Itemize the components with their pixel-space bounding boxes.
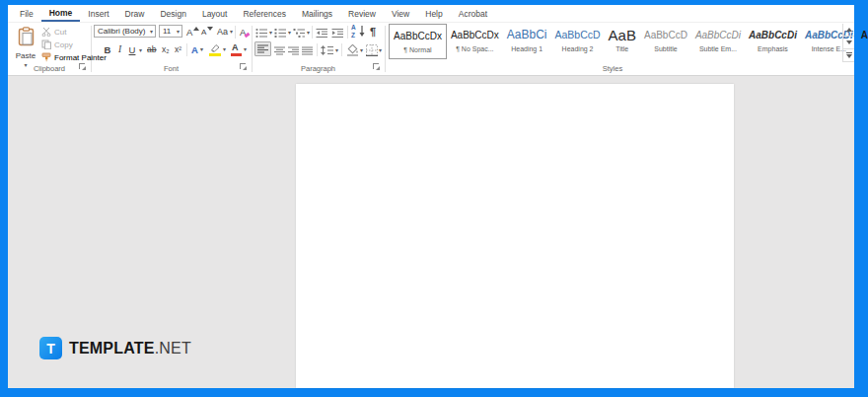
highlight-dropdown-icon: ▾ <box>223 46 226 52</box>
borders-button[interactable]: ▾ <box>366 43 382 57</box>
clipboard-dialog-launcher-icon[interactable] <box>79 63 87 71</box>
chevron-up-icon <box>846 28 852 32</box>
underline-button[interactable]: U <box>127 42 137 56</box>
style-heading-1[interactable]: AaBbCi Heading 1 <box>503 24 551 59</box>
copy-icon <box>41 40 51 49</box>
mini-separator <box>235 26 236 39</box>
change-case-label: Aa <box>217 27 228 37</box>
styles-gallery: AaBbCcDx ¶ Normal AaBbCcDx ¶ No Spac... … <box>389 24 868 61</box>
format-painter-button[interactable]: Format Painter <box>41 51 107 63</box>
shading-button[interactable]: ▾ <box>346 43 363 57</box>
highlighter-icon <box>208 43 221 56</box>
borders-icon <box>366 44 378 56</box>
font-family-select[interactable]: Calibri (Body) ▾ <box>94 25 156 38</box>
tab-acrobat[interactable]: Acrobat <box>451 6 495 22</box>
subscript-button[interactable]: x₂ <box>162 42 170 56</box>
ribbon-tab-bar: File Home Insert Draw Design Layout Refe… <box>8 5 854 23</box>
style-subtle-emphasis[interactable]: AaBbCcDi Subtle Em... <box>691 24 745 59</box>
style-strong[interactable]: AaBbCcDx Strong <box>857 24 868 59</box>
change-case-dropdown-icon: ▾ <box>230 29 233 35</box>
highlight-color-button[interactable]: ▾ <box>208 42 226 56</box>
numbering-button[interactable]: ▾ <box>274 26 291 40</box>
line-spacing-dropdown-icon: ▾ <box>335 47 338 53</box>
format-painter-label: Format Painter <box>54 53 107 62</box>
text-effects-dropdown-icon: ▾ <box>200 46 203 52</box>
styles-gallery-scrollbar <box>842 24 854 62</box>
multilevel-list-button[interactable]: ▾ <box>293 26 310 40</box>
cut-button[interactable]: Cut <box>41 26 66 38</box>
align-center-button[interactable] <box>274 43 285 57</box>
tab-mailings[interactable]: Mailings <box>294 6 340 22</box>
tab-review[interactable]: Review <box>340 6 384 22</box>
grow-font-letter: A <box>186 27 192 38</box>
bullet-list-icon <box>255 28 268 39</box>
paragraph-dialog-launcher-icon[interactable] <box>373 63 381 71</box>
mini-separator <box>317 43 318 56</box>
decrease-indent-button[interactable] <box>316 26 328 40</box>
styles-group-label: Styles <box>385 64 840 73</box>
style-heading-2[interactable]: AaBbCcD Heading 2 <box>551 24 605 59</box>
template-net-logo-text: TEMPLATE.NET <box>69 340 191 357</box>
copy-label: Copy <box>54 40 73 49</box>
font-dialog-launcher-icon[interactable] <box>240 63 248 71</box>
tab-layout[interactable]: Layout <box>194 6 236 22</box>
superscript-button[interactable]: x² <box>175 42 181 56</box>
chevron-down-icon <box>846 40 852 44</box>
font-color-button[interactable]: A ▾ <box>230 42 247 56</box>
paragraph-group-label: Paragraph <box>252 64 385 73</box>
show-hide-formatting-button[interactable]: ¶ <box>370 25 376 39</box>
mini-separator <box>312 26 313 39</box>
tab-file[interactable]: File <box>12 6 41 22</box>
tab-view[interactable]: View <box>384 6 417 22</box>
tab-insert[interactable]: Insert <box>80 6 116 22</box>
bullets-dropdown-icon: ▾ <box>269 30 272 36</box>
underline-dropdown-icon[interactable]: ▾ <box>139 47 142 53</box>
borders-dropdown-icon: ▾ <box>379 47 382 53</box>
grow-font-icon <box>193 27 199 31</box>
document-page[interactable] <box>296 84 734 388</box>
ribbon: Paste ▾ Cut Copy Format Paint <box>8 23 854 76</box>
change-case-button[interactable]: Aa ▾ <box>217 25 233 39</box>
cut-label: Cut <box>54 28 66 37</box>
font-size-dropdown-icon: ▾ <box>177 29 180 35</box>
align-left-button[interactable] <box>254 41 271 56</box>
align-right-button[interactable] <box>288 43 299 57</box>
italic-button[interactable]: I <box>115 42 124 56</box>
mini-separator <box>341 43 342 56</box>
styles-scroll-up-button[interactable] <box>843 24 854 37</box>
font-group-label: Font <box>91 64 252 73</box>
style-title[interactable]: AaB Title <box>605 24 640 59</box>
line-spacing-button[interactable]: ▾ <box>321 43 338 57</box>
styles-scroll-down-button[interactable] <box>843 37 854 49</box>
tab-draw[interactable]: Draw <box>117 6 153 22</box>
shading-dropdown-icon: ▾ <box>360 47 363 53</box>
clear-formatting-button[interactable]: A <box>240 25 246 39</box>
tab-references[interactable]: References <box>235 6 293 22</box>
style-no-spacing[interactable]: AaBbCcDx ¶ No Spac... <box>447 24 503 59</box>
paste-label: Paste <box>16 51 36 60</box>
increase-indent-button[interactable] <box>331 26 344 40</box>
shrink-font-button[interactable]: A <box>201 25 213 39</box>
copy-button[interactable]: Copy <box>41 39 73 50</box>
text-effects-button[interactable]: A ▾ <box>191 42 203 56</box>
sort-arrow-icon <box>359 25 365 38</box>
grow-font-button[interactable]: A <box>186 25 199 39</box>
format-painter-icon <box>41 52 51 62</box>
bullets-button[interactable]: ▾ <box>255 26 272 40</box>
style-emphasis[interactable]: AaBbCcDi Emphasis <box>745 24 801 59</box>
style-subtitle[interactable]: AaBbCcD Subtitle <box>640 24 691 59</box>
tab-home[interactable]: Home <box>41 5 81 22</box>
style-normal[interactable]: AaBbCcDx ¶ Normal <box>389 24 447 59</box>
tab-design[interactable]: Design <box>152 6 193 22</box>
font-color-dropdown-icon: ▾ <box>244 46 247 52</box>
multilevel-dropdown-icon: ▾ <box>307 30 310 36</box>
shrink-font-letter: A <box>201 28 206 37</box>
clear-formatting-icon: A <box>240 27 246 38</box>
sort-button[interactable]: A Z <box>351 25 365 38</box>
bold-button[interactable]: B <box>103 42 112 56</box>
justify-button[interactable] <box>302 43 313 57</box>
strikethrough-button[interactable]: ab <box>147 42 156 56</box>
styles-gallery-more-button[interactable] <box>843 49 854 62</box>
tab-help[interactable]: Help <box>417 6 450 22</box>
font-size-select[interactable]: 11 ▾ <box>159 25 182 38</box>
